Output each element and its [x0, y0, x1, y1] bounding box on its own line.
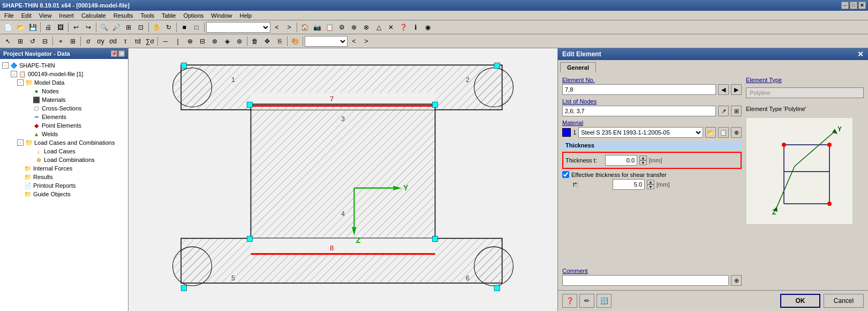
list-of-nodes-label[interactable]: List of Nodes: [562, 98, 742, 105]
del-button[interactable]: 🗑: [249, 35, 261, 47]
arrow-right-button[interactable]: >: [360, 35, 372, 47]
element-no-label[interactable]: Element No.: [562, 77, 742, 83]
thickness-input[interactable]: [605, 155, 637, 166]
more2-button[interactable]: ⊕: [348, 21, 360, 33]
edit-footer-button[interactable]: ✏: [579, 294, 594, 308]
meas7-button[interactable]: ⊛: [233, 35, 245, 47]
tree-point-elements[interactable]: ◆ Point Elements: [26, 121, 126, 130]
viewport[interactable]: 7 8 3 4 1 2 5 6 Y Z: [129, 48, 557, 311]
maximize-button[interactable]: □: [850, 2, 857, 9]
move-button[interactable]: ✥: [261, 35, 273, 47]
menu-view[interactable]: View: [36, 12, 55, 19]
toggle-shape-thin[interactable]: -: [2, 62, 9, 69]
meas2-button[interactable]: |: [172, 35, 184, 47]
palette-button[interactable]: 🎨: [289, 35, 301, 47]
tree-materials[interactable]: ⬛ Materials: [26, 95, 126, 104]
thickness-spin-up[interactable]: ▲: [639, 156, 647, 160]
more4-button[interactable]: △: [373, 21, 384, 33]
more3-button[interactable]: ⊗: [360, 21, 372, 33]
menu-options[interactable]: Options: [180, 12, 207, 19]
tree-internal-forces[interactable]: 📁 Internal Forces: [17, 164, 126, 173]
menu-tools[interactable]: Tools: [137, 12, 157, 19]
list-nodes-btn1[interactable]: ↗: [718, 106, 729, 116]
thickness-spinner[interactable]: ▲ ▼: [639, 156, 647, 165]
zoom-all-button[interactable]: ⊞: [123, 21, 134, 33]
tree-root-shape-thin[interactable]: - 🔷 SHAPE-THIN: [2, 61, 126, 70]
open-button[interactable]: 📂: [14, 21, 26, 33]
table-footer-button[interactable]: 🔢: [597, 294, 612, 308]
zoom-window-button[interactable]: ⊡: [135, 21, 147, 33]
view3d-button[interactable]: 🏠: [299, 21, 311, 33]
menu-help[interactable]: Help: [236, 12, 255, 19]
menu-file[interactable]: File: [1, 12, 17, 19]
material-info-btn[interactable]: 📋: [718, 127, 729, 138]
snap-button[interactable]: ⌖: [55, 35, 66, 47]
close-button[interactable]: ✕: [858, 2, 866, 9]
prev-button[interactable]: <: [271, 21, 283, 33]
menu-edit[interactable]: Edit: [18, 12, 35, 19]
tree-guide-objects[interactable]: 📁 Guide Objects: [17, 190, 126, 198]
meas4-button[interactable]: ⊟: [197, 35, 208, 47]
tree-load-combinations[interactable]: ⊕ Load Combinations: [28, 156, 126, 164]
material-label[interactable]: Material: [562, 120, 742, 126]
print-button[interactable]: 🖨: [42, 21, 54, 33]
dim1-button[interactable]: σ: [82, 35, 94, 47]
menu-results[interactable]: Results: [110, 12, 137, 19]
eff-t-spin-up[interactable]: ▲: [647, 180, 654, 184]
title-bar-buttons[interactable]: ─ □ ✕: [841, 2, 866, 9]
menu-window[interactable]: Window: [208, 12, 235, 19]
view-dropdown[interactable]: [206, 22, 270, 33]
tree-cross-sections[interactable]: ⬡ Cross-Sections: [26, 104, 126, 113]
toggle-load-cases[interactable]: -: [17, 139, 24, 146]
tree-load-cases[interactable]: ↓ Load Cases: [28, 147, 126, 156]
select-button[interactable]: ↖: [2, 35, 14, 47]
more5-button[interactable]: ✕: [385, 21, 397, 33]
meas6-button[interactable]: ◈: [221, 35, 233, 47]
copy2-button[interactable]: ⎘: [274, 35, 285, 47]
wire-button[interactable]: □: [191, 21, 202, 33]
cancel-button[interactable]: Cancel: [824, 294, 864, 308]
tree-elements[interactable]: ━ Elements: [26, 113, 126, 121]
nav-close-button[interactable]: ✕: [118, 50, 125, 57]
eff-t-spin-down[interactable]: ▼: [647, 184, 654, 189]
menu-insert[interactable]: Insert: [56, 12, 77, 19]
eff-t-spinner[interactable]: ▲ ▼: [647, 180, 654, 189]
help-toolbar-button[interactable]: ❓: [397, 21, 409, 33]
dim3-button[interactable]: σd: [107, 35, 119, 47]
nav-header-buttons[interactable]: 📌 ✕: [111, 50, 125, 57]
tree-printout-reports[interactable]: 📄 Printout Reports: [17, 181, 126, 190]
pan-button[interactable]: ✋: [150, 21, 162, 33]
undo-button[interactable]: ↩: [70, 21, 82, 33]
zoom-in-button[interactable]: 🔍: [98, 21, 110, 33]
new-button[interactable]: 📄: [2, 21, 14, 33]
minimize-button[interactable]: ─: [841, 2, 849, 9]
filter-button[interactable]: ⊟: [39, 35, 51, 47]
comment-btn[interactable]: ⊕: [731, 275, 742, 286]
tab-general[interactable]: General: [560, 62, 596, 72]
screenshot-button[interactable]: 📷: [311, 21, 323, 33]
dim5-button[interactable]: τd: [132, 35, 144, 47]
tree-model-file[interactable]: - 📋 000149-model-file [1]: [11, 70, 126, 78]
comment-label[interactable]: Comment: [562, 268, 742, 274]
dim2-button[interactable]: σy: [95, 35, 107, 47]
dim4-button[interactable]: τ: [119, 35, 131, 47]
panel-close-button[interactable]: ✕: [857, 50, 864, 58]
render-button[interactable]: ■: [178, 21, 190, 33]
tree-model-data[interactable]: - 📁 Model Data: [17, 78, 126, 87]
material-select[interactable]: Steel S 235 EN 1993-1-1:2005-05: [578, 127, 703, 138]
next-button[interactable]: >: [283, 21, 295, 33]
meas5-button[interactable]: ⊗: [209, 35, 221, 47]
info-button[interactable]: ℹ: [410, 21, 421, 33]
comment-input[interactable]: [562, 275, 729, 286]
tree-welds[interactable]: ▲ Welds: [26, 130, 126, 138]
grid-button[interactable]: ⊞: [67, 35, 79, 47]
material-open-btn[interactable]: 📂: [705, 127, 716, 138]
toggle-model-file[interactable]: -: [11, 71, 17, 77]
element-no-next-btn[interactable]: ▶: [731, 84, 742, 95]
list-of-nodes-input[interactable]: [562, 106, 716, 116]
list-nodes-btn2[interactable]: ⊞: [731, 106, 742, 116]
zoom-out-button[interactable]: 🔎: [110, 21, 122, 33]
tree-results[interactable]: 📁 Results: [17, 173, 126, 181]
eff-thickness-checkbox[interactable]: [562, 171, 569, 178]
meas1-button[interactable]: ─: [160, 35, 171, 47]
